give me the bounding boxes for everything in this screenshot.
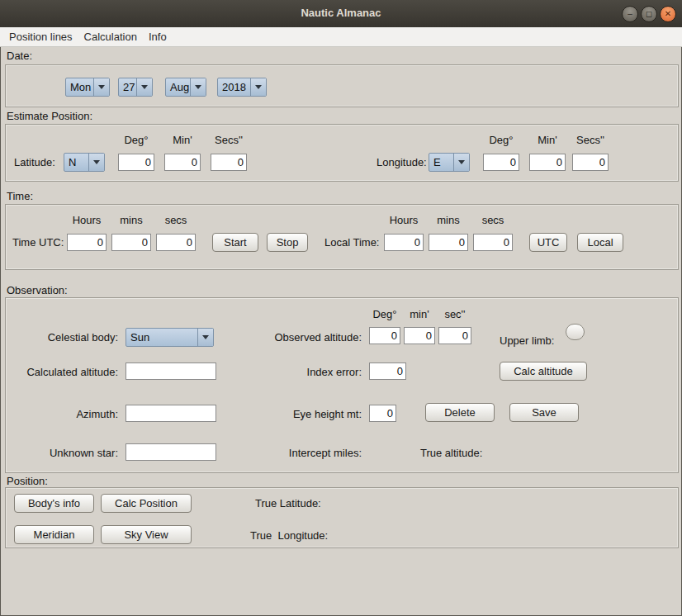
weekday-select[interactable]: Mon bbox=[65, 78, 110, 97]
time-groupbox: Hours mins secs Time UTC: Start Stop Hou… bbox=[5, 204, 679, 270]
date-groupbox: Mon 27 Aug 2018 bbox=[5, 64, 679, 107]
maximize-icon: ◻ bbox=[646, 9, 652, 18]
latitude-sec-header: Secs'' bbox=[211, 134, 247, 146]
year-select[interactable]: 2018 bbox=[217, 78, 267, 97]
sky-view-button[interactable]: Sky View bbox=[101, 525, 192, 544]
menu-item-position-lines[interactable]: Position lines bbox=[4, 28, 79, 45]
index-error-label: Index error: bbox=[249, 366, 362, 378]
local-mins-header: mins bbox=[429, 214, 468, 226]
section-title-date: Date: bbox=[7, 50, 32, 62]
bodys-info-button[interactable]: Body's info bbox=[14, 494, 94, 513]
observed-min-header: min' bbox=[404, 308, 435, 320]
position-groupbox: Body's info Calc Position True Latitude:… bbox=[5, 487, 679, 548]
section-title-estimate-position: Estimate Position: bbox=[7, 110, 92, 122]
latitude-hemisphere-select[interactable]: N bbox=[64, 153, 105, 172]
start-button[interactable]: Start bbox=[212, 233, 258, 252]
azimuth-input[interactable] bbox=[126, 405, 216, 422]
chevron-down-icon bbox=[197, 329, 213, 346]
time-utc-label: Time UTC: bbox=[12, 236, 64, 249]
unknown-star-label: Unknown star: bbox=[6, 447, 118, 459]
calc-position-button[interactable]: Calc Position bbox=[101, 494, 192, 513]
local-mins-input[interactable] bbox=[429, 234, 468, 251]
longitude-deg-input[interactable] bbox=[483, 154, 519, 171]
chevron-down-icon bbox=[93, 78, 109, 96]
index-error-input[interactable] bbox=[369, 362, 406, 380]
calculated-altitude-label: Calculated altitude: bbox=[6, 366, 118, 378]
true-latitude-label: True Latitude: bbox=[255, 497, 321, 509]
true-altitude-label: True altitude: bbox=[420, 447, 482, 459]
weekday-value: Mon bbox=[66, 78, 93, 96]
true-longitude-label: True Longitude: bbox=[250, 529, 328, 542]
meridian-button[interactable]: Meridian bbox=[14, 525, 94, 544]
section-title-position: Position: bbox=[7, 475, 48, 487]
local-secs-header: secs bbox=[473, 214, 513, 226]
longitude-min-header: Min' bbox=[529, 134, 566, 146]
chevron-down-icon bbox=[190, 78, 206, 96]
unknown-star-input[interactable] bbox=[126, 443, 216, 461]
titlebar[interactable]: Nautic Almanac – ◻ ✕ bbox=[0, 0, 682, 28]
year-value: 2018 bbox=[218, 78, 250, 96]
chevron-down-icon bbox=[250, 78, 266, 96]
latitude-sec-input[interactable] bbox=[211, 154, 247, 171]
chevron-down-icon bbox=[136, 78, 152, 96]
day-select[interactable]: 27 bbox=[118, 78, 153, 97]
calc-altitude-button[interactable]: Calc altitude bbox=[500, 362, 587, 381]
stop-button[interactable]: Stop bbox=[267, 233, 308, 252]
celestial-body-value: Sun bbox=[126, 329, 197, 346]
intercept-miles-label: Intercept miles: bbox=[249, 447, 362, 459]
calculated-altitude-input[interactable] bbox=[126, 362, 216, 380]
utc-button[interactable]: UTC bbox=[529, 233, 567, 252]
chevron-down-icon bbox=[88, 154, 104, 171]
utc-mins-header: mins bbox=[111, 214, 151, 226]
observed-sec-input[interactable] bbox=[438, 327, 471, 344]
minimize-button[interactable]: – bbox=[622, 6, 638, 22]
month-select[interactable]: Aug bbox=[165, 78, 206, 97]
latitude-min-input[interactable] bbox=[164, 154, 201, 171]
eye-height-label: Eye height mt: bbox=[249, 408, 362, 420]
local-hours-input[interactable] bbox=[384, 234, 424, 251]
utc-mins-input[interactable] bbox=[111, 234, 151, 251]
utc-secs-header: secs bbox=[156, 214, 196, 226]
latitude-min-header: Min' bbox=[164, 134, 201, 146]
menubar: Position lines Calculation Info bbox=[0, 27, 682, 47]
upper-limb-label: Upper limb: bbox=[500, 334, 554, 347]
local-time-label: Local Time: bbox=[324, 236, 379, 249]
delete-button[interactable]: Delete bbox=[425, 403, 495, 422]
longitude-label: Longitude: bbox=[377, 156, 427, 168]
longitude-min-input[interactable] bbox=[529, 154, 566, 171]
observed-altitude-label: Observed altitude: bbox=[249, 331, 362, 344]
latitude-deg-header: Deg° bbox=[118, 134, 154, 146]
longitude-hemisphere-value: E bbox=[429, 154, 453, 171]
menu-item-info[interactable]: Info bbox=[144, 28, 173, 45]
chevron-down-icon bbox=[453, 154, 469, 171]
observed-min-input[interactable] bbox=[404, 327, 435, 344]
eye-height-input[interactable] bbox=[369, 405, 396, 422]
celestial-body-select[interactable]: Sun bbox=[126, 328, 214, 347]
longitude-sec-header: Secs'' bbox=[572, 134, 609, 146]
observed-deg-input[interactable] bbox=[369, 327, 400, 344]
latitude-label: Latitude: bbox=[14, 156, 55, 168]
main-content: Date: Mon 27 Aug 2018 Estimate Position:… bbox=[0, 47, 682, 616]
observation-groupbox: Deg° min' sec'' Celestial body: Sun Obse… bbox=[5, 297, 679, 473]
local-secs-input[interactable] bbox=[473, 234, 513, 251]
observed-sec-header: sec'' bbox=[438, 308, 471, 320]
local-button[interactable]: Local bbox=[577, 233, 623, 252]
day-value: 27 bbox=[119, 78, 136, 96]
utc-secs-input[interactable] bbox=[156, 234, 196, 251]
maximize-button[interactable]: ◻ bbox=[641, 6, 657, 22]
save-button[interactable]: Save bbox=[509, 403, 579, 422]
month-value: Aug bbox=[166, 78, 190, 96]
longitude-sec-input[interactable] bbox=[572, 154, 609, 171]
latitude-deg-input[interactable] bbox=[118, 154, 154, 171]
celestial-body-label: Celestial body: bbox=[6, 331, 118, 344]
utc-hours-input[interactable] bbox=[67, 234, 107, 251]
longitude-hemisphere-select[interactable]: E bbox=[429, 153, 470, 172]
latitude-hemisphere-value: N bbox=[64, 154, 88, 171]
close-icon: ✕ bbox=[665, 9, 671, 18]
close-button[interactable]: ✕ bbox=[660, 6, 676, 22]
longitude-deg-header: Deg° bbox=[483, 134, 519, 146]
azimuth-label: Azimuth: bbox=[6, 408, 118, 420]
upper-limb-checkbox[interactable] bbox=[566, 324, 585, 340]
menu-item-calculation[interactable]: Calculation bbox=[79, 28, 144, 45]
window-controls: – ◻ ✕ bbox=[622, 6, 676, 22]
